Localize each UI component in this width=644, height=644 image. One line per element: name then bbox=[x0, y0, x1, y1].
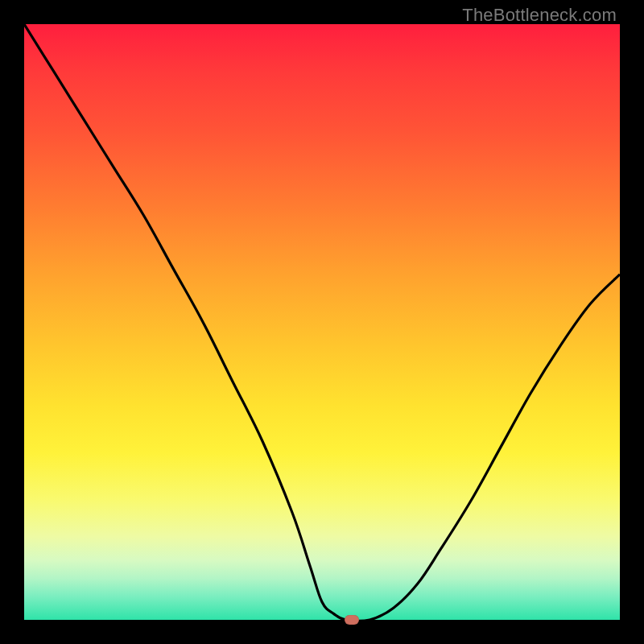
optimum-marker bbox=[345, 615, 359, 625]
bottleneck-curve bbox=[24, 24, 620, 620]
chart-stage: TheBottleneck.com bbox=[0, 0, 644, 644]
watermark-text: TheBottleneck.com bbox=[462, 5, 617, 26]
curve-path bbox=[24, 24, 620, 620]
plot-area bbox=[24, 24, 620, 620]
